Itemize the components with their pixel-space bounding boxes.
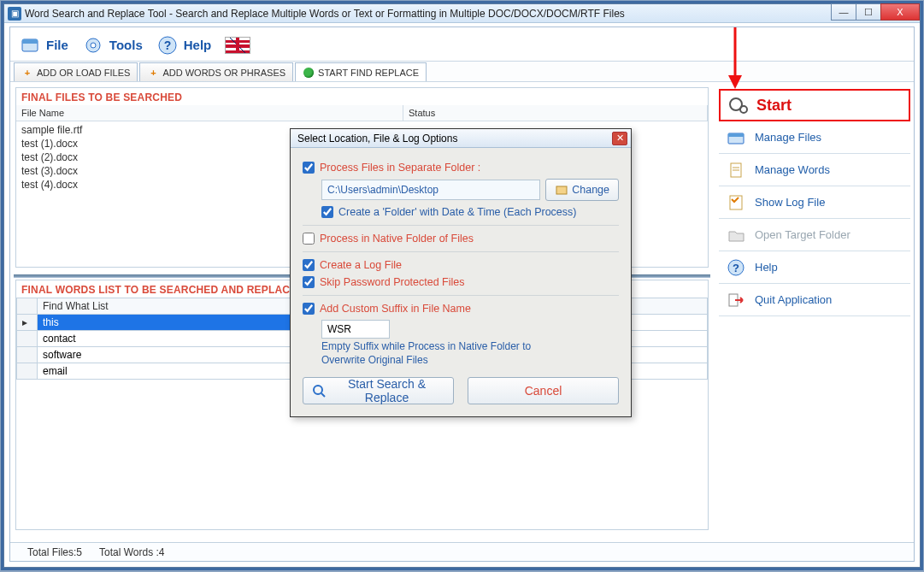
file-icon xyxy=(19,34,41,56)
checkbox-date-folder[interactable] xyxy=(321,206,333,218)
sidebar-manage-words[interactable]: Manage Words xyxy=(719,154,910,186)
opt-skip-password[interactable]: Skip Password Protected Files xyxy=(303,276,619,288)
files-table-header: File Name Status xyxy=(16,105,708,121)
folder-open-icon xyxy=(726,225,746,245)
flag-icon[interactable] xyxy=(225,37,250,54)
tab-bar: +ADD OR LOAD FILES +ADD WORDS OR PHRASES… xyxy=(10,62,914,82)
separator xyxy=(303,251,619,252)
gears-icon xyxy=(727,95,748,115)
dialog-title-bar[interactable]: Select Location, File & Log Options ✕ xyxy=(291,129,631,148)
start-search-replace-button[interactable]: Start Search & Replace xyxy=(303,377,454,404)
status-bar: Total Files:5 Total Words :4 xyxy=(10,542,914,561)
plus-icon: + xyxy=(147,67,159,79)
suffix-row xyxy=(303,320,619,339)
svg-rect-1 xyxy=(22,39,38,44)
cancel-button[interactable]: Cancel xyxy=(468,377,619,404)
sidebar-show-log[interactable]: Show Log File xyxy=(719,186,910,219)
svg-text:?: ? xyxy=(733,262,739,274)
search-icon xyxy=(312,384,326,398)
suffix-input[interactable] xyxy=(321,320,390,339)
close-button[interactable]: X xyxy=(880,3,920,21)
svg-point-20 xyxy=(314,386,322,394)
maximize-button[interactable]: ☐ xyxy=(856,3,881,21)
tab-add-files[interactable]: +ADD OR LOAD FILES xyxy=(14,62,138,81)
checkbox-native-folder[interactable] xyxy=(303,233,315,245)
col-filename[interactable]: File Name xyxy=(16,105,403,121)
app-icon: ▣ xyxy=(8,7,21,21)
sidebar-manage-files[interactable]: Manage Files xyxy=(719,121,910,154)
row-header-blank xyxy=(17,298,38,315)
separator xyxy=(303,225,619,226)
menu-help[interactable]: ? Help xyxy=(156,34,212,56)
sidebar: Start Manage Files Manage Words Show Log… xyxy=(715,84,914,539)
suffix-hint: Empty Suffix while Process in Native Fol… xyxy=(321,340,619,367)
path-input[interactable] xyxy=(321,180,540,200)
tab-start[interactable]: START FIND REPLACE xyxy=(295,62,427,81)
checkbox-skip-password[interactable] xyxy=(303,276,315,288)
svg-point-7 xyxy=(740,106,747,113)
menu-file[interactable]: File xyxy=(19,34,68,56)
change-button[interactable]: Change xyxy=(545,179,619,201)
check-icon xyxy=(303,67,315,79)
opt-custom-suffix[interactable]: Add Custom Suffix in File Name xyxy=(303,303,619,315)
gear-icon xyxy=(82,34,104,56)
opt-native-folder[interactable]: Process in Native Folder of Files xyxy=(303,233,619,245)
sidebar-start[interactable]: Start xyxy=(719,89,910,121)
separator xyxy=(303,295,619,296)
title-bar: ▣ Word Search and Replace Tool - Search … xyxy=(4,4,920,23)
row-pointer-icon: ▸ xyxy=(17,315,38,331)
sidebar-open-target[interactable]: Open Target Folder xyxy=(719,219,910,251)
minimize-button[interactable]: — xyxy=(831,3,856,21)
folder-icon xyxy=(726,127,746,148)
svg-rect-9 xyxy=(728,133,744,137)
sidebar-help[interactable]: ? Help xyxy=(719,251,910,284)
opt-separate-folder[interactable]: Process Files in Separate Folder : xyxy=(303,162,619,174)
svg-rect-19 xyxy=(556,186,567,194)
opt-log-file[interactable]: Create a Log File xyxy=(303,259,619,271)
svg-text:?: ? xyxy=(163,38,171,52)
dialog-close-button[interactable]: ✕ xyxy=(612,132,627,145)
help-icon: ? xyxy=(156,34,179,56)
sidebar-quit[interactable]: Quit Application xyxy=(719,284,910,316)
tab-add-words[interactable]: +ADD WORDS OR PHRASES xyxy=(139,62,293,81)
path-row: Change xyxy=(321,179,619,201)
checkbox-log-file[interactable] xyxy=(303,259,315,271)
opt-date-folder[interactable]: Create a 'Folder' with Date & Time (Each… xyxy=(321,206,619,218)
plus-icon: + xyxy=(21,67,33,79)
options-dialog: Select Location, File & Log Options ✕ Pr… xyxy=(290,128,632,417)
help-circle-icon: ? xyxy=(726,257,746,278)
window-title: Word Search and Replace Tool - Search an… xyxy=(25,8,625,20)
dialog-title: Select Location, File & Log Options xyxy=(297,133,457,144)
status-total-words: Total Words :4 xyxy=(99,546,164,558)
folder-icon xyxy=(555,183,568,197)
dialog-actions: Start Search & Replace Cancel xyxy=(303,377,619,404)
files-panel-title: FINAL FILES TO BE SEARCHED xyxy=(16,88,708,105)
menu-tools[interactable]: Tools xyxy=(82,34,143,56)
checkbox-custom-suffix[interactable] xyxy=(303,303,315,315)
dialog-body: Process Files in Separate Folder : Chang… xyxy=(291,148,631,416)
window-button-group: — ☐ X xyxy=(832,3,920,21)
document-icon xyxy=(726,160,746,180)
log-icon xyxy=(726,192,746,213)
svg-point-3 xyxy=(91,43,96,48)
svg-line-21 xyxy=(321,393,325,397)
menu-bar: File Tools ? Help xyxy=(10,27,914,62)
exit-icon xyxy=(726,290,746,310)
svg-rect-13 xyxy=(730,196,742,209)
status-total-files: Total Files:5 xyxy=(27,546,82,558)
checkbox-separate-folder[interactable] xyxy=(303,162,315,174)
col-status[interactable]: Status xyxy=(403,105,708,121)
